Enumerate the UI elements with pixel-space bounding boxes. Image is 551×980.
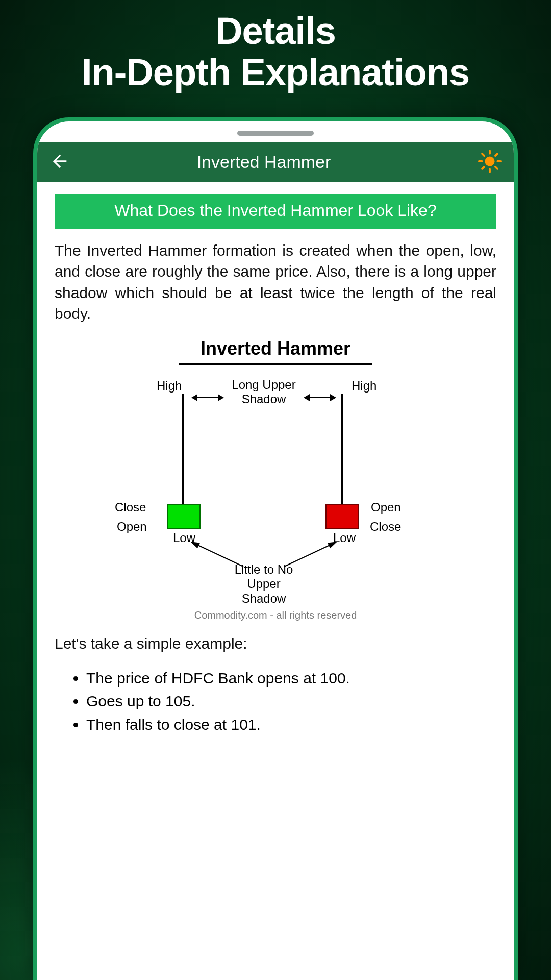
label-low-left: Low — [173, 531, 195, 546]
label-long-upper-shadow: Long Upper Shadow — [228, 378, 299, 407]
label-little-shadow: Little to No Upper Shadow — [228, 562, 299, 606]
example-intro: Let's take a simple example: — [55, 633, 496, 654]
label-open-left: Open — [117, 520, 147, 534]
header-title: Inverted Hammer — [49, 152, 478, 172]
example-list: The price of HDFC Bank opens at 100. Goe… — [86, 667, 496, 736]
label-close-right: Close — [370, 520, 401, 534]
svg-line-7 — [482, 166, 484, 168]
sun-icon — [478, 150, 502, 173]
label-low-right: Low — [333, 531, 356, 546]
label-high-left: High — [157, 379, 182, 394]
svg-line-4 — [495, 166, 497, 168]
diagram-title: Inverted Hammer — [55, 338, 496, 359]
red-candle-body — [325, 504, 359, 529]
left-wick — [182, 394, 184, 511]
svg-line-8 — [495, 154, 497, 156]
arrow-right-upper — [305, 397, 335, 398]
promo-line2: In-Depth Explanations — [0, 52, 551, 93]
svg-line-3 — [482, 154, 484, 156]
arrow-left-upper — [192, 397, 223, 398]
green-candle-body — [167, 504, 201, 529]
label-open-right: Open — [371, 500, 401, 515]
candlestick-diagram: High High Long Upper Shadow Close Open O… — [55, 379, 496, 624]
right-wick — [341, 394, 343, 511]
list-item: Then falls to close at 101. — [86, 714, 496, 736]
label-high-right: High — [352, 379, 377, 394]
paragraph-1: The Inverted Hammer formation is created… — [55, 240, 496, 325]
content-area[interactable]: What Does the Inverted Hammer Look Like?… — [37, 182, 514, 736]
list-item: Goes up to 105. — [86, 690, 496, 713]
phone-speaker — [237, 131, 314, 136]
theme-toggle[interactable] — [478, 150, 502, 175]
promo-heading: Details In-Depth Explanations — [0, 0, 551, 93]
diagram-underline — [179, 363, 372, 365]
promo-line1: Details — [0, 10, 551, 52]
list-item: The price of HDFC Bank opens at 100. — [86, 667, 496, 690]
label-close-left: Close — [115, 500, 146, 515]
section-heading: What Does the Inverted Hammer Look Like? — [55, 194, 496, 229]
svg-point-0 — [485, 156, 494, 166]
app-header: Inverted Hammer — [37, 142, 514, 182]
phone-frame: Inverted Hammer What Does the Inverted H… — [33, 117, 518, 980]
diagram-credit: Commodity.com - all rights reserved — [55, 609, 496, 621]
